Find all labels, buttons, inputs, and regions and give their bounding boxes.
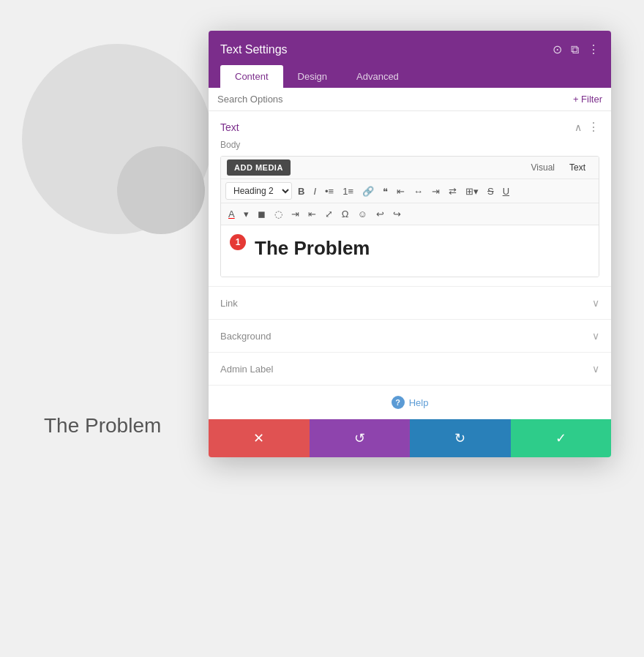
search-input[interactable] — [217, 94, 573, 105]
more-options-icon[interactable]: ⋮ — [588, 42, 599, 56]
section-controls: ∧ ⋮ — [574, 120, 599, 134]
table-icon[interactable]: ⊞▾ — [463, 184, 482, 199]
link-label: Link — [220, 298, 238, 309]
section-header: Text ∧ ⋮ — [220, 120, 599, 134]
cancel-button[interactable]: ✕ — [209, 419, 310, 457]
tab-content[interactable]: Content — [220, 65, 283, 88]
editor-area: ADD MEDIA Visual Text Heading 2 Heading … — [220, 156, 599, 277]
admin-label-chevron-icon: ∨ — [592, 363, 599, 375]
section-collapse-icon[interactable]: ∧ — [574, 121, 582, 133]
help-row: ? Help — [209, 385, 611, 419]
step-badge: 1 — [230, 234, 246, 250]
align-right-icon[interactable]: ⇥ — [429, 184, 443, 199]
text-section: Text ∧ ⋮ Body ADD MEDIA Visual Text Head… — [209, 111, 611, 286]
link-chevron-icon: ∨ — [592, 297, 599, 309]
toolbar-row-1: Heading 2 Heading 1 Heading 3 Paragraph … — [221, 179, 599, 203]
text-settings-modal: Text Settings ⊙ ⧉ ⋮ Content Design Advan… — [209, 31, 611, 457]
outdent-icon[interactable]: ⇤ — [305, 206, 319, 222]
decorative-circle-small — [117, 146, 205, 234]
background-color-icon[interactable]: ◼ — [255, 206, 269, 222]
undo-text-icon[interactable]: ↩ — [373, 206, 387, 222]
modal-tabs: Content Design Advanced — [220, 65, 599, 88]
strikethrough-icon[interactable]: S — [484, 184, 497, 199]
ordered-list-icon[interactable]: 1≡ — [340, 184, 356, 199]
modal-title: Text Settings — [220, 43, 288, 56]
toolbar-row-2: A ▾ ◼ ◌ ⇥ ⇤ ⤢ Ω ☺ ↩ ↪ — [221, 203, 599, 225]
split-icon[interactable]: ⧉ — [571, 43, 579, 56]
undo-button[interactable]: ↺ — [310, 419, 411, 457]
modal-header-icons: ⊙ ⧉ ⋮ — [553, 42, 599, 56]
heading-select[interactable]: Heading 2 Heading 1 Heading 3 Paragraph — [225, 182, 292, 200]
modal-title-row: Text Settings ⊙ ⧉ ⋮ — [220, 42, 599, 56]
align-left-icon[interactable]: ⇤ — [394, 184, 408, 199]
admin-label-text: Admin Label — [220, 364, 273, 375]
editor-top-bar: ADD MEDIA Visual Text — [221, 157, 599, 179]
body-label: Body — [220, 140, 599, 150]
expand-icon[interactable]: ⊙ — [553, 42, 562, 56]
redo-text-icon[interactable]: ↪ — [390, 206, 404, 222]
admin-label-section[interactable]: Admin Label ∨ — [209, 352, 611, 385]
clear-formatting-icon[interactable]: ◌ — [272, 206, 285, 222]
section-menu-icon[interactable]: ⋮ — [588, 120, 599, 134]
background-label: Background — [220, 331, 271, 342]
bold-icon[interactable]: B — [295, 184, 307, 199]
section-title: Text — [220, 121, 239, 133]
background-section[interactable]: Background ∨ — [209, 319, 611, 352]
background-page-text: The Problem — [44, 414, 161, 438]
special-char-icon[interactable]: Ω — [339, 206, 352, 222]
link-section[interactable]: Link ∨ — [209, 286, 611, 319]
redo-button[interactable]: ↻ — [410, 419, 511, 457]
visual-toggle-button[interactable]: Visual — [524, 159, 562, 176]
editor-heading-text: The Problem — [233, 237, 587, 260]
blockquote-icon[interactable]: ❝ — [380, 184, 391, 199]
underline-icon[interactable]: U — [500, 184, 512, 199]
action-bar: ✕ ↺ ↻ ✓ — [209, 419, 611, 457]
tab-advanced[interactable]: Advanced — [342, 65, 413, 88]
filter-button[interactable]: + Filter — [573, 94, 602, 105]
help-link[interactable]: Help — [409, 397, 429, 408]
text-toggle-button[interactable]: Text — [562, 159, 593, 176]
emoji-icon[interactable]: ☺ — [354, 206, 370, 222]
indent-icon[interactable]: ⇥ — [288, 206, 302, 222]
unordered-list-icon[interactable]: •≡ — [322, 184, 337, 199]
visual-text-toggle: Visual Text — [524, 159, 593, 176]
help-icon: ? — [392, 396, 405, 409]
justify-icon[interactable]: ⇄ — [446, 184, 460, 199]
search-bar: + Filter — [209, 88, 611, 111]
color-picker-icon[interactable]: ▾ — [241, 206, 252, 222]
fullscreen-icon[interactable]: ⤢ — [322, 206, 336, 222]
tab-design[interactable]: Design — [283, 65, 342, 88]
save-button[interactable]: ✓ — [511, 419, 612, 457]
modal-header: Text Settings ⊙ ⧉ ⋮ Content Design Advan… — [209, 31, 611, 88]
background-chevron-icon: ∨ — [592, 330, 599, 342]
text-color-icon[interactable]: A — [225, 206, 238, 222]
italic-icon[interactable]: I — [310, 184, 319, 199]
add-media-button[interactable]: ADD MEDIA — [227, 159, 291, 176]
link-icon[interactable]: 🔗 — [359, 184, 377, 199]
align-center-icon[interactable]: ↔ — [411, 184, 426, 199]
editor-content[interactable]: 1 The Problem — [221, 225, 599, 277]
